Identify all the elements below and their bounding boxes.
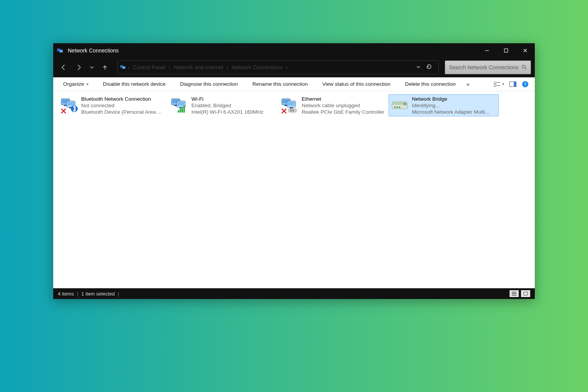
refresh-button[interactable]	[426, 64, 432, 71]
svg-rect-8	[494, 85, 496, 87]
connection-device: Microsoft Network Adapter Multi...	[412, 109, 489, 116]
details-view-toggle[interactable]	[510, 290, 519, 297]
cmd-label: Diagnose this connection	[180, 81, 238, 87]
svg-rect-10	[514, 82, 516, 87]
connection-device: Intel(R) Wi-Fi 6 AX201 160MHz	[191, 109, 263, 116]
chevron-down-icon: ▾	[502, 82, 504, 86]
svg-point-43	[394, 106, 396, 108]
preview-pane-button[interactable]	[510, 82, 516, 87]
bridge-adapter-icon	[390, 96, 409, 115]
svg-rect-38	[290, 109, 292, 111]
search-icon[interactable]	[521, 64, 527, 71]
view-status-button[interactable]: View status of this connection	[317, 77, 396, 91]
svg-rect-27	[178, 110, 179, 113]
svg-rect-29	[181, 107, 183, 113]
minimize-button[interactable]	[477, 43, 497, 57]
connection-item[interactable]: Network Bridge Identifying... Microsoft …	[389, 94, 499, 116]
svg-rect-3	[505, 49, 508, 52]
connection-status: Not connected	[81, 103, 162, 109]
diagnose-button[interactable]: Diagnose this connection	[175, 77, 243, 91]
address-history-dropdown[interactable]	[416, 64, 421, 71]
svg-rect-17	[67, 102, 74, 106]
connection-status: Enabled, Bridged	[191, 103, 263, 109]
search-input[interactable]	[449, 64, 521, 70]
recent-dropdown[interactable]	[88, 61, 96, 74]
connection-device: Realtek PCIe GbE Family Controller	[302, 109, 384, 116]
ethernet-adapter-icon	[280, 96, 299, 115]
status-bar: 4 items | 1 item selected |	[53, 288, 535, 299]
up-button[interactable]	[98, 61, 111, 74]
forward-button[interactable]	[72, 61, 85, 74]
maximize-button[interactable]	[497, 43, 516, 57]
organize-menu[interactable]: Organize ▾	[58, 77, 94, 91]
svg-rect-25	[178, 102, 185, 106]
svg-rect-2	[485, 50, 489, 51]
address-bar[interactable]: › Control Panel › Network and Internet ›…	[118, 60, 439, 74]
connection-item[interactable]: Bluetooth Network Connection Not connect…	[58, 94, 168, 116]
rename-button[interactable]: Rename this connection	[247, 77, 313, 91]
svg-rect-35	[288, 102, 295, 106]
status-separator: |	[115, 291, 122, 297]
svg-rect-46	[524, 292, 528, 295]
back-button[interactable]	[57, 61, 70, 74]
help-button[interactable]: ?	[522, 81, 529, 88]
svg-rect-28	[180, 109, 181, 113]
content-area[interactable]: Bluetooth Network Connection Not connect…	[53, 91, 535, 288]
chevron-right-icon: ›	[286, 64, 287, 71]
connection-name: Ethernet	[302, 96, 384, 103]
svg-rect-39	[292, 109, 294, 111]
cmd-label: View status of this connection	[322, 81, 390, 87]
svg-point-45	[399, 106, 400, 108]
svg-rect-1	[59, 50, 63, 52]
status-separator: |	[74, 291, 81, 297]
chevron-right-icon: ›	[128, 64, 130, 71]
chevron-right-icon: ›	[226, 64, 228, 71]
more-commands[interactable]: »	[461, 77, 475, 91]
disable-device-button[interactable]: Disable this network device	[98, 77, 171, 91]
breadcrumb-segment[interactable]: Network Connections	[230, 64, 284, 70]
item-count: 4 items	[58, 291, 74, 297]
cmd-label: Delete this connection	[405, 81, 456, 87]
connection-name: Bluetooth Network Connection	[81, 96, 162, 103]
chevron-right-icon: ›	[168, 64, 170, 71]
app-icon	[57, 48, 64, 53]
cmd-label: Rename this connection	[252, 81, 308, 87]
svg-rect-7	[494, 82, 496, 83]
connection-item[interactable]: Ethernet Network cable unplugged Realtek…	[278, 94, 389, 116]
svg-rect-30	[183, 106, 185, 113]
connection-device: Bluetooth Device (Personal Area ...	[81, 109, 162, 116]
cmd-label: Organize	[63, 81, 84, 87]
wifi-adapter-icon	[170, 96, 188, 115]
connection-item[interactable]: Wi-Fi Enabled, Bridged Intel(R) Wi-Fi 6 …	[168, 94, 278, 116]
breadcrumb-segment[interactable]: Control Panel	[131, 64, 167, 70]
svg-rect-36	[290, 107, 293, 108]
titlebar[interactable]: Network Connections	[53, 43, 535, 57]
breadcrumb-segment[interactable]: Network and Internet	[172, 64, 225, 70]
connection-status: Network cable unplugged	[302, 103, 384, 109]
window: Network Connections	[53, 43, 535, 299]
navbar: › Control Panel › Network and Internet ›…	[53, 57, 535, 77]
change-view-button[interactable]: ▾	[494, 82, 504, 87]
window-title: Network Connections	[68, 47, 119, 54]
svg-point-44	[397, 106, 398, 108]
selected-count: 1 item selected	[81, 291, 114, 297]
bluetooth-adapter-icon	[60, 96, 78, 115]
svg-rect-5	[122, 66, 125, 69]
address-icon	[120, 64, 126, 70]
connection-name: Wi-Fi	[191, 96, 263, 103]
large-icons-view-toggle[interactable]	[521, 290, 530, 297]
connection-status: Identifying...	[412, 103, 489, 109]
connection-name: Network Bridge	[412, 96, 489, 103]
command-bar: Organize ▾ Disable this network device D…	[53, 77, 535, 91]
chevron-down-icon: ▾	[87, 82, 88, 86]
delete-button[interactable]: Delete this connection	[400, 77, 461, 91]
svg-text:?: ?	[524, 82, 526, 87]
close-button[interactable]	[516, 43, 535, 57]
search-box[interactable]	[445, 60, 531, 74]
cmd-label: Disable this network device	[103, 81, 166, 87]
